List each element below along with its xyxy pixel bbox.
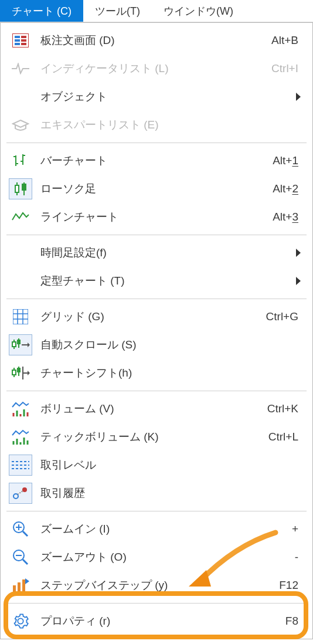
svg-marker-30 (28, 343, 30, 347)
menu-accel: Ctrl+I (271, 62, 304, 75)
menu-timeframes[interactable]: 時間足設定(f) (3, 239, 310, 267)
charts-dropdown: 板注文画面 (D) Alt+B インディケータリスト (L) Ctrl+I オブ… (0, 22, 313, 639)
tick-volumes-icon (9, 426, 32, 448)
menu-label: 取引レベル (40, 457, 304, 473)
menu-auto-scroll[interactable]: 自動スクロール (S) (3, 331, 310, 359)
menu-properties[interactable]: プロパティ (r) F8 (3, 607, 310, 635)
svg-rect-2 (15, 39, 20, 42)
menu-volumes[interactable]: ボリューム (V) Ctrl+K (3, 395, 310, 423)
menu-step-by-step[interactable]: ステップバイステップ (y) F12 (3, 571, 310, 599)
gear-icon (9, 611, 32, 632)
menubar-label: ツール(T) (95, 4, 140, 18)
menubar-item-window[interactable]: ウインドウ(W) (152, 0, 245, 22)
menu-label: エキスパートリスト (E) (40, 117, 304, 133)
svg-point-51 (13, 494, 18, 499)
pulse-icon (9, 58, 32, 79)
grid-icon (9, 306, 32, 327)
menu-accel: Ctrl+K (267, 402, 304, 415)
menu-label: ステップバイステップ (y) (40, 578, 271, 593)
menu-accel: Ctrl+L (268, 431, 304, 443)
svg-rect-63 (22, 579, 25, 592)
menu-accel: Alt+3 (273, 211, 304, 223)
menu-label: ズームアウト (O) (40, 550, 287, 565)
menubar-item-charts[interactable]: チャート (C) (0, 0, 83, 22)
menu-accel: F12 (279, 579, 304, 592)
menu-line-chart[interactable]: ラインチャート Alt+3 (3, 203, 310, 231)
hat-icon (9, 114, 32, 135)
menu-zoom-in[interactable]: ズームイン (I) + (3, 515, 310, 543)
svg-rect-32 (12, 370, 16, 375)
svg-rect-5 (21, 39, 26, 42)
menu-label: ボリューム (V) (40, 401, 259, 416)
menu-trade-history[interactable]: 取引履歴 (3, 479, 310, 507)
svg-rect-28 (17, 340, 21, 344)
menu-candlesticks[interactable]: ローソク足 Alt+2 (3, 175, 310, 203)
separator (6, 143, 307, 143)
blank-icon (9, 86, 32, 107)
menu-label: バーチャート (40, 153, 264, 168)
menu-depth-of-market[interactable]: 板注文画面 (D) Alt+B (3, 26, 310, 55)
menu-label: プロパティ (r) (40, 614, 277, 629)
svg-rect-6 (21, 43, 26, 45)
menubar-label: ウインドウ(W) (164, 4, 233, 18)
menu-bar-chart[interactable]: バーチャート Alt+1 (3, 147, 310, 175)
menu-accel: - (295, 551, 304, 564)
chartshift-icon (9, 362, 32, 384)
menu-accel: + (292, 523, 304, 535)
svg-rect-1 (15, 36, 20, 38)
menubar-item-tools[interactable]: ツール(T) (83, 0, 152, 22)
menu-label: ズームイン (I) (40, 521, 284, 537)
bar-chart-icon (9, 150, 32, 171)
svg-line-55 (23, 531, 28, 536)
menu-expert-list: エキスパートリスト (E) (3, 111, 310, 139)
menu-chart-shift[interactable]: チャートシフト(h) (3, 359, 310, 387)
menubar-label: チャート (C) (12, 4, 72, 18)
svg-rect-26 (12, 342, 16, 347)
separator (6, 603, 307, 604)
blank-icon (9, 242, 32, 263)
svg-rect-14 (15, 185, 19, 192)
trade-history-icon (9, 483, 32, 504)
menu-trade-levels[interactable]: 取引レベル (3, 451, 310, 479)
separator (6, 391, 307, 391)
menu-grid[interactable]: グリッド (G) Ctrl+G (3, 303, 310, 331)
menu-label: オブジェクト (40, 89, 288, 104)
menu-tick-volumes[interactable]: ティックボリューム (K) Ctrl+L (3, 423, 310, 451)
menu-objects[interactable]: オブジェクト (3, 83, 310, 111)
menu-label: チャートシフト(h) (40, 365, 304, 381)
menu-label: 板注文画面 (D) (40, 33, 263, 48)
menu-label: 定型チャート (T) (40, 273, 288, 289)
svg-rect-16 (22, 184, 26, 190)
submenu-arrow-icon (296, 249, 301, 257)
menu-label: 取引履歴 (40, 486, 304, 501)
menu-templates[interactable]: 定型チャート (T) (3, 267, 310, 295)
menu-label: 自動スクロール (S) (40, 337, 304, 352)
menu-accel: Ctrl+G (266, 310, 304, 323)
submenu-arrow-icon (296, 277, 301, 285)
trade-levels-icon (9, 455, 32, 476)
menu-label: 時間足設定(f) (40, 245, 288, 260)
svg-rect-3 (15, 43, 20, 45)
menu-accel: F8 (285, 615, 304, 628)
step-icon (9, 575, 32, 596)
menu-accel: Alt+1 (273, 154, 304, 167)
line-chart-icon (9, 206, 32, 228)
menu-zoom-out[interactable]: ズームアウト (O) - (3, 543, 310, 571)
menu-indicator-list: インディケータリスト (L) Ctrl+I (3, 55, 310, 83)
svg-line-59 (23, 560, 28, 564)
separator (6, 511, 307, 511)
svg-rect-62 (18, 582, 21, 592)
volumes-icon (9, 398, 32, 419)
svg-rect-61 (13, 585, 16, 592)
dom-icon (9, 30, 32, 51)
svg-point-52 (22, 487, 27, 492)
autoscroll-icon (9, 334, 32, 355)
svg-line-53 (18, 491, 23, 494)
svg-rect-34 (17, 368, 21, 372)
menu-accel: Alt+2 (273, 182, 304, 195)
menu-label: ローソク足 (40, 181, 264, 196)
separator (6, 299, 307, 299)
svg-marker-64 (25, 578, 29, 584)
zoom-out-icon (9, 547, 32, 568)
menubar: チャート (C) ツール(T) ウインドウ(W) (0, 0, 313, 22)
